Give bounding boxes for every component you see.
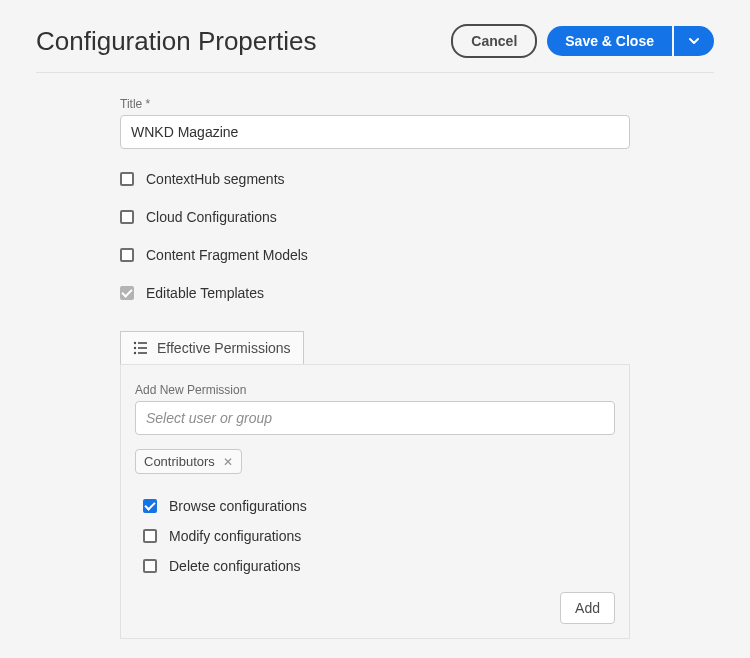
checkbox[interactable] [120,172,134,186]
svg-point-4 [134,352,136,354]
checkbox [120,286,134,300]
checkbox[interactable] [120,248,134,262]
title-label: Title * [120,97,630,111]
list-icon [133,340,149,356]
checkbox[interactable] [120,210,134,224]
save-close-button[interactable]: Save & Close [547,26,672,56]
svg-point-0 [134,342,136,344]
title-input[interactable] [120,115,630,149]
user-group-input[interactable] [135,401,615,435]
config-option-row: ContextHub segments [120,171,630,187]
save-dropdown-button[interactable] [674,26,714,56]
tab-effective-permissions[interactable]: Effective Permissions [120,331,304,364]
svg-rect-1 [138,342,147,344]
config-option-row: Editable Templates [120,285,630,301]
checkbox-label: Delete configurations [169,558,301,574]
svg-point-2 [134,347,136,349]
checkbox-label: Cloud Configurations [146,209,277,225]
add-permission-label: Add New Permission [135,383,615,397]
permission-option-row: Delete configurations [143,558,615,574]
svg-rect-5 [138,352,147,354]
svg-rect-3 [138,347,147,349]
tab-label: Effective Permissions [157,340,291,356]
permission-option-row: Modify configurations [143,528,615,544]
config-option-row: Cloud Configurations [120,209,630,225]
permission-option-row: Browse configurations [143,498,615,514]
checkbox[interactable] [143,529,157,543]
close-icon[interactable]: ✕ [223,455,233,469]
checkbox[interactable] [143,499,157,513]
checkbox[interactable] [143,559,157,573]
checkbox-label: Content Fragment Models [146,247,308,263]
chip-label: Contributors [144,454,215,469]
config-option-row: Content Fragment Models [120,247,630,263]
add-permission-button[interactable]: Add [560,592,615,624]
checkbox-label: ContextHub segments [146,171,285,187]
header-actions: Cancel Save & Close [451,24,714,58]
checkbox-label: Browse configurations [169,498,307,514]
checkbox-label: Modify configurations [169,528,301,544]
chevron-down-icon [688,35,700,47]
cancel-button[interactable]: Cancel [451,24,537,58]
checkbox-label: Editable Templates [146,285,264,301]
page-title: Configuration Properties [36,26,316,57]
permissions-panel: Add New Permission Contributors✕ Browse … [120,364,630,639]
chip: Contributors✕ [135,449,242,474]
